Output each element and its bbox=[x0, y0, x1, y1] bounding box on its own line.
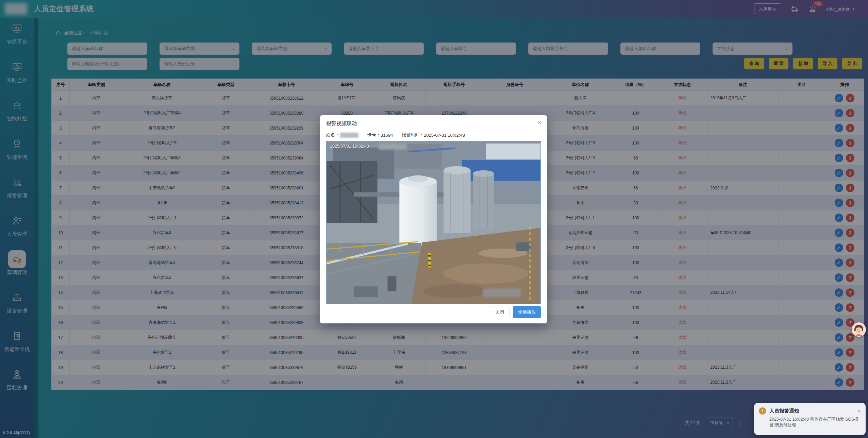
redacted-name bbox=[340, 133, 358, 138]
alarm-video-modal: 报警视频联动 × 姓名： 卡号： 31694 报警时间： 2025-07-31 … bbox=[320, 115, 547, 323]
card-number: 31694 bbox=[381, 133, 393, 138]
toast-title: 人员报警通知 bbox=[769, 408, 799, 414]
name-label: 姓名： bbox=[326, 132, 339, 138]
close-icon[interactable]: × bbox=[537, 119, 541, 126]
toast-close-icon[interactable]: × bbox=[858, 408, 861, 414]
warning-icon: ! bbox=[759, 407, 766, 415]
assistant-avatar[interactable] bbox=[852, 322, 866, 337]
plant-camera-view bbox=[327, 141, 540, 304]
redacted-watermark bbox=[483, 289, 521, 297]
modal-footer: 关闭 全屏播放 bbox=[490, 306, 541, 318]
alarm-info-line: 姓名： 卡号： 31694 报警时间： 2025-07-31 16:02:48 bbox=[326, 132, 541, 138]
card-label: 卡号： bbox=[367, 132, 381, 138]
alarm-video-frame[interactable]: 2025/07/31 16:02:48 bbox=[326, 141, 541, 304]
video-timestamp: 2025/07/31 16:02:48 bbox=[330, 144, 369, 149]
redacted-overlay bbox=[378, 144, 407, 150]
alarm-time-value: 2025-07-31 16:02:48 bbox=[424, 133, 465, 138]
fullscreen-play-button[interactable]: 全屏播放 bbox=[513, 306, 541, 318]
toast-body: 2025-07-31 16:02:48 雷佰存在厂区触发 SOS报警 请及时处理 bbox=[769, 417, 861, 428]
modal-title: 报警视频联动 bbox=[326, 115, 541, 127]
close-button[interactable]: 关闭 bbox=[490, 306, 510, 318]
alarm-notification-toast: ! 人员报警通知 × 2025-07-31 16:02:48 雷佰存在厂区触发 … bbox=[754, 403, 866, 435]
alarm-time-label: 报警时间： bbox=[402, 132, 424, 138]
